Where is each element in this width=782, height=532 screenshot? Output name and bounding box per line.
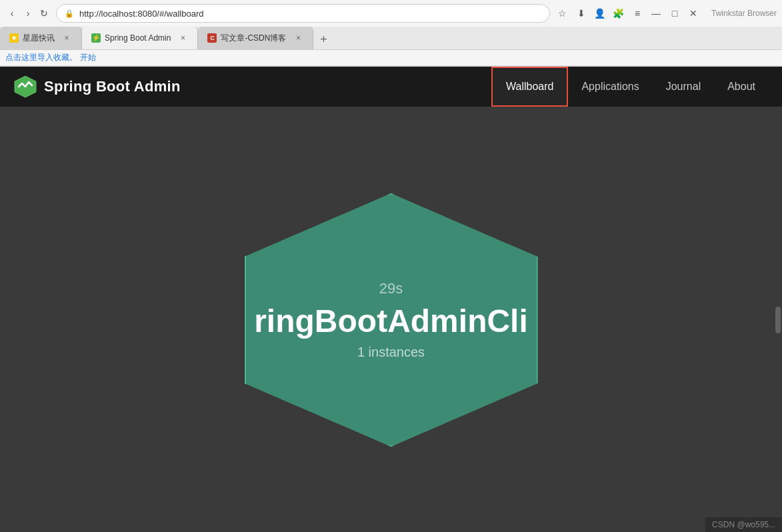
bookmarks-link[interactable]: 开始 [80, 52, 96, 63]
status-bar: CSDN @wo595... [705, 517, 782, 532]
new-tab-button[interactable]: + [313, 29, 333, 49]
app-navbar: Spring Boot Admin Wallboard Applications… [0, 67, 782, 107]
address-text: http://localhost:8080/#/wallboard [79, 9, 203, 19]
extension-icon[interactable]: 🧩 [611, 6, 626, 21]
lock-icon: 🔒 [65, 9, 74, 18]
app-hexagon[interactable]: 29s ringBootAdminCli 1 instances [245, 193, 538, 447]
tab-xingyu[interactable]: ★ 星愿快讯 × [0, 27, 82, 49]
star-icon[interactable]: ☆ [555, 6, 570, 21]
scroll-indicator[interactable] [775, 307, 781, 333]
tab-close-sba[interactable]: × [177, 33, 188, 43]
nav-links: Wallboard Applications Journal About [491, 67, 769, 107]
nav-link-applications[interactable]: Applications [568, 67, 652, 107]
tab-sba[interactable]: ⚡ Spring Boot Admin × [82, 27, 198, 49]
tab-close-csdn[interactable]: × [293, 33, 303, 43]
app-logo[interactable]: Spring Boot Admin [13, 75, 181, 99]
browser-toolbar: ‹ › ↻ 🔒 http://localhost:8080/#/wallboar… [0, 0, 782, 27]
tab-close-xingyu[interactable]: × [61, 33, 72, 43]
hex-container: 29s ringBootAdminCli 1 instances [0, 107, 782, 532]
download-icon[interactable]: ⬇ [574, 6, 589, 21]
browser-name: Twinkstar Browser [711, 9, 777, 18]
tab-favicon-xingyu: ★ [9, 33, 19, 43]
bookmarks-bar: 点击这里导入收藏。 开始 [0, 50, 782, 66]
address-bar[interactable]: 🔒 http://localhost:8080/#/wallboard [56, 4, 550, 23]
back-button[interactable]: ‹ [5, 7, 19, 20]
hex-time: 29s [379, 280, 403, 297]
nav-buttons: ‹ › ↻ [5, 7, 51, 20]
close-icon[interactable]: ✕ [686, 6, 701, 21]
tab-csdn[interactable]: C 写文章-CSDN博客 × [198, 27, 313, 49]
tab-label-xingyu: 星愿快讯 [23, 33, 55, 44]
app-logo-icon [13, 75, 37, 99]
app-title: Spring Boot Admin [44, 78, 181, 95]
hex-instances: 1 instances [357, 345, 425, 360]
bookmarks-prefix: 点击这里导入收藏。 [5, 52, 77, 63]
forward-button[interactable]: › [21, 7, 35, 20]
tab-label-sba: Spring Boot Admin [105, 33, 171, 43]
tab-favicon-csdn: C [207, 33, 217, 43]
menu-icon[interactable]: ≡ [630, 6, 645, 21]
hex-app-name: ringBootAdminCli [254, 303, 528, 339]
main-content: 29s ringBootAdminCli 1 instances [0, 107, 782, 532]
tab-label-csdn: 写文章-CSDN博客 [221, 33, 286, 44]
refresh-button[interactable]: ↻ [37, 7, 51, 20]
browser-right-icons: ☆ ⬇ 👤 🧩 ≡ — □ ✕ [555, 6, 701, 21]
tabs-bar: ★ 星愿快讯 × ⚡ Spring Boot Admin × C 写文章-CSD… [0, 27, 782, 50]
maximize-icon[interactable]: □ [667, 6, 682, 21]
profile-icon[interactable]: 👤 [593, 6, 607, 21]
minimize-icon[interactable]: — [649, 6, 663, 21]
status-text: CSDN @wo595... [712, 520, 775, 529]
nav-link-wallboard[interactable]: Wallboard [491, 67, 568, 107]
nav-link-journal[interactable]: Journal [653, 67, 714, 107]
browser-chrome: ‹ › ↻ 🔒 http://localhost:8080/#/wallboar… [0, 0, 782, 67]
nav-link-about[interactable]: About [714, 67, 769, 107]
tab-favicon-sba: ⚡ [91, 33, 101, 43]
